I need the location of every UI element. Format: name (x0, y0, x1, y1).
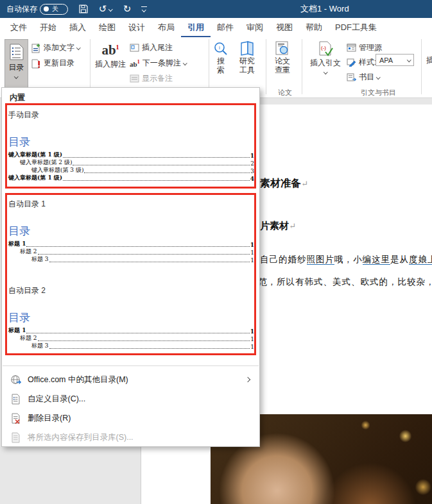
insert-endnote-icon (130, 44, 139, 52)
tab-file[interactable]: 文件 (4, 18, 33, 38)
tab-design[interactable]: 设计 (122, 18, 151, 38)
chevron-down-icon (324, 70, 327, 74)
tab-review[interactable]: 审阅 (240, 18, 270, 38)
show-notes-button: 显示备注 (130, 73, 173, 84)
tab-insert[interactable]: 插入 (63, 18, 92, 38)
document-title: 文档1 - Word (300, 0, 349, 18)
bibliography-button[interactable]: 书目 (347, 72, 380, 83)
gallery-name: 自动目录 1 (8, 199, 46, 210)
globe-icon (10, 374, 21, 385)
partial-ribbon-button[interactable]: 插 (426, 55, 432, 66)
research-tools-button[interactable]: 研究工具 (238, 41, 257, 74)
hyperlink-text: 照图片 (307, 255, 335, 265)
toc-preview-list: 键入章标题(第 1 级)1 键入章标题(第 2 级)2 键入章标题(第 3 级)… (8, 151, 254, 182)
toc-preview-list: 标题 11 标题 21 标题 31 (8, 327, 254, 350)
add-text-button[interactable]: 添加文字 (31, 42, 80, 53)
insert-footnote-button[interactable]: ab1 插入脚注 (95, 41, 126, 70)
toc-dropdown-menu: 内置 手动目录 目录 键入章标题(第 1 级)1 键入章标题(第 2 级)2 键… (1, 87, 260, 447)
chevron-down-icon (14, 74, 18, 78)
svg-text:(-): (-) (321, 45, 326, 51)
add-text-icon (31, 43, 41, 53)
save-button[interactable] (76, 0, 91, 18)
update-toc-icon (31, 58, 41, 69)
toc-entry: 标题 31 (8, 256, 254, 264)
autosave-toggle[interactable]: 关 (40, 0, 68, 18)
search-label: 搜索 (216, 56, 226, 74)
toc-entry: 标题 11 (8, 327, 254, 335)
paragraph-mark: ↵ (289, 221, 296, 231)
group-separator (209, 39, 209, 94)
research-tools-label: 研究工具 (238, 56, 257, 74)
hyperlink-text: 编这里 (363, 255, 391, 265)
menu-item-remove-toc[interactable]: 删除目录(R) (3, 409, 259, 427)
toc-preview-title: 目录 (8, 135, 30, 149)
undo-dropdown[interactable] (109, 0, 117, 18)
footnote-ab-icon: ab1 (101, 41, 119, 56)
save-icon (79, 4, 88, 13)
paper-group-label: 论文 (278, 88, 292, 97)
paper-check-button[interactable]: 论文查重 (273, 41, 292, 74)
tab-home[interactable]: 开始 (33, 18, 63, 38)
tab-pdf-tools[interactable]: PDF工具集 (329, 18, 383, 38)
show-notes-icon (130, 74, 139, 83)
add-text-label: 添加文字 (44, 42, 74, 53)
toc-button-label: 目录 (9, 62, 24, 73)
chevron-down-icon (376, 75, 380, 79)
menu-item-more-toc-office[interactable]: Office.com 中的其他目录(M) (3, 371, 259, 389)
menu-item-custom-toc[interactable]: 自定义目录(C)... (3, 390, 259, 408)
remove-toc-icon (10, 413, 21, 424)
builtin-section-label: 内置 (10, 92, 25, 103)
doc-paragraph-line-1: 自己的婚纱照图片哦，小编这里是从度娘上 (260, 254, 432, 265)
menu-item-label: 删除目录(R) (28, 413, 71, 424)
chevron-down-icon (76, 46, 80, 49)
table-of-contents-button[interactable]: 目录 (4, 39, 28, 88)
paper-check-label: 论文查重 (273, 56, 292, 74)
ribbon-tab-row: 文件 开始 插入 绘图 设计 布局 引用 邮件 审阅 视图 帮助 PDF工具集 (0, 18, 432, 37)
tab-draw[interactable]: 绘图 (92, 18, 122, 38)
toc-entry: 标题 11 (8, 240, 254, 248)
redo-button[interactable]: ↻ (119, 0, 135, 18)
show-notes-label: 显示备注 (142, 73, 173, 84)
gallery-name: 自动目录 2 (8, 285, 46, 296)
next-footnote-button[interactable]: ab1 下一条脚注 (130, 58, 186, 69)
custom-toc-icon (10, 394, 21, 405)
next-footnote-icon: ab1 (130, 59, 140, 68)
insert-endnote-button[interactable]: 插入尾注 (130, 42, 173, 53)
group-separator (421, 39, 422, 94)
group-separator (266, 39, 266, 94)
update-toc-label: 更新目录 (44, 58, 74, 69)
hyperlink-text: 度娘上 (409, 255, 432, 265)
tab-help[interactable]: 帮助 (299, 18, 329, 38)
autosave-state: 关 (52, 6, 58, 12)
group-separator (90, 39, 91, 94)
paragraph-mark: ↵ (301, 179, 308, 189)
menu-item-label: 自定义目录(C)... (28, 394, 85, 405)
menu-item-label: Office.com 中的其他目录(M) (28, 374, 128, 385)
search-button[interactable]: i 搜索 (213, 41, 229, 74)
citation-style-select[interactable]: APA (376, 54, 414, 66)
manage-sources-button[interactable]: 管理源 (347, 42, 382, 53)
search-icon: i (213, 41, 229, 56)
tab-mailings[interactable]: 邮件 (211, 18, 240, 38)
insert-endnote-label: 插入尾注 (142, 42, 173, 53)
bibliography-label: 书目 (359, 72, 374, 83)
doc-paragraph-line-2: 范，所以有韩式、美式、欧式的，比较杂， (258, 276, 432, 288)
customize-toolbar-button[interactable] (136, 0, 151, 18)
citation-group-label: 引文与书目 (361, 88, 396, 97)
toc-preview-title: 目录 (8, 310, 30, 325)
tab-view[interactable]: 视图 (270, 18, 299, 38)
toc-document-icon (10, 44, 24, 60)
gallery-name: 手动目录 (8, 110, 39, 121)
books-icon (239, 41, 255, 56)
insert-citation-button[interactable]: (-) 插入引文 (310, 41, 341, 74)
manage-sources-icon (347, 44, 356, 52)
tab-layout[interactable]: 布局 (151, 18, 181, 38)
toc-entry: 标题 31 (8, 342, 254, 350)
chevron-down-icon (183, 61, 187, 65)
tab-references[interactable]: 引用 (181, 18, 211, 38)
style-row: 样式: (347, 57, 376, 68)
chevron-down-icon (407, 58, 411, 62)
style-brush-icon (347, 58, 356, 67)
update-toc-button[interactable]: 更新目录 (31, 58, 74, 69)
svg-text:i: i (219, 45, 220, 51)
